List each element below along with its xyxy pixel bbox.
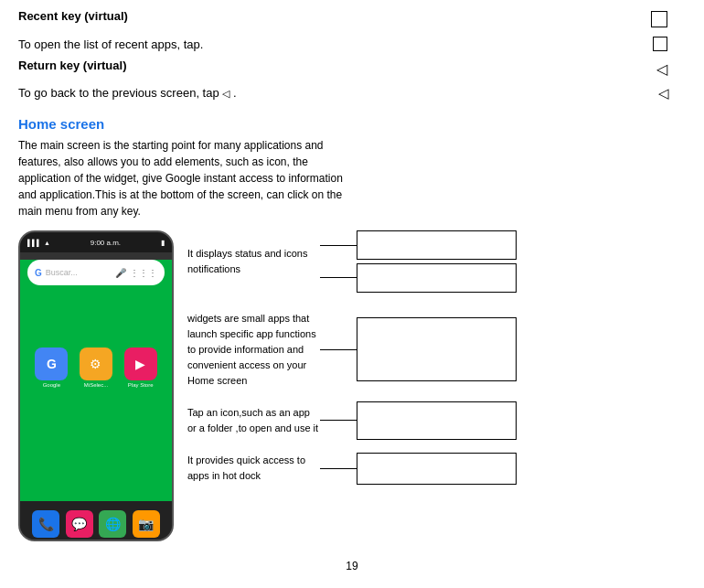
connector-4	[320, 453, 686, 485]
return-key-icon: ◁	[656, 60, 667, 78]
battery-icon: ▮	[161, 239, 165, 247]
open-list-text-row: To open the list of recent apps, tap.	[18, 37, 686, 51]
ann-box-4	[357, 453, 517, 485]
phone-status-bar: ▌▌▌ ▲ 9:00 a.m. ▮	[20, 232, 172, 252]
search-text: Buscar...	[46, 268, 112, 277]
annotations-area: It displays status and icons notificatio…	[187, 230, 686, 541]
phone-dock-camera[interactable]: 📷	[133, 510, 160, 538]
home-screen-title: Home screen	[18, 116, 686, 132]
phone-mockup: ▌▌▌ ▲ 9:00 a.m. ▮ G Buscar... 🎤 ⋮⋮⋮	[18, 230, 174, 541]
phone-bottom-bar: 📞 💬 🌐 📷	[20, 501, 172, 541]
phone-app-row: G Google ⚙ MiSelec... ▶ Pla	[20, 293, 172, 397]
annotation-row-4: It provides quick access to apps in hot …	[187, 453, 686, 485]
return-key-section: Return key (virtual) ◁	[18, 59, 686, 78]
ann-box-2	[357, 317, 517, 381]
miselec-app-label: MiSelec...	[84, 382, 108, 388]
annotation-text-3: Tap an icon,such as an app or a folder ,…	[187, 405, 320, 436]
recent-key-icon	[651, 11, 667, 27]
annotation-row-2: widgets are small apps that launch speci…	[187, 311, 686, 389]
open-list-text: To open the list of recent apps, tap.	[18, 37, 203, 51]
annotation-row-3: Tap an icon,such as an app or a folder ,…	[187, 401, 686, 440]
recent-key-section: Recent key (virtual)	[18, 9, 686, 27]
miselec-app-icon[interactable]: ⚙	[80, 347, 112, 380]
annotation-text-1: It displays status and icons notificatio…	[187, 246, 320, 277]
phone-dock-app[interactable]: 📞	[32, 510, 59, 538]
ann-box-1a	[357, 230, 517, 260]
playstore-app-icon[interactable]: ▶	[124, 347, 157, 380]
phone-status-icons: ▌▌▌ ▲	[27, 240, 50, 246]
return-key-icon-2: ◁	[658, 85, 669, 102]
phone-dock-sms[interactable]: 💬	[66, 510, 93, 538]
inline-back-icon: ◁	[222, 89, 229, 100]
recent-key-label: Recent key (virtual)	[18, 9, 651, 23]
bracket-line	[448, 240, 450, 302]
phone-screen: G Buscar... 🎤 ⋮⋮⋮ G Google ⚙	[20, 260, 172, 501]
annotation-row-1: It displays status and icons notificatio…	[187, 230, 686, 293]
connector-3	[320, 401, 686, 440]
go-back-text-row: To go back to the previous screen, tap ◁…	[18, 85, 686, 102]
annotation-text-4: It provides quick access to apps in hot …	[187, 453, 320, 484]
playstore-app-label: Play Store	[128, 382, 154, 388]
mic-icon: 🎤	[115, 268, 126, 278]
go-back-text: To go back to the previous screen, tap ◁…	[18, 86, 237, 100]
connector-1	[320, 230, 686, 293]
google-app-icon[interactable]: G	[35, 347, 68, 380]
phone-dock-browser[interactable]: 🌐	[99, 510, 126, 538]
recent-key-icon-2	[653, 37, 667, 51]
phone-search-bar[interactable]: G Buscar... 🎤 ⋮⋮⋮	[27, 260, 165, 285]
home-screen-desc: The main screen is the starting point fo…	[18, 137, 347, 219]
ann-box-3	[357, 401, 517, 440]
page: Recent key (virtual) To open the list of…	[0, 0, 704, 588]
google-g-icon: G	[35, 268, 42, 278]
main-content: ▌▌▌ ▲ 9:00 a.m. ▮ G Buscar... 🎤 ⋮⋮⋮	[18, 230, 686, 541]
ann-box-1b	[357, 263, 517, 293]
phone-time: 9:00 a.m.	[91, 239, 121, 247]
wifi-icon: ▲	[44, 240, 50, 246]
return-key-label: Return key (virtual)	[18, 59, 656, 72]
grid-icon: ⋮⋮⋮	[130, 268, 157, 278]
annotation-text-2: widgets are small apps that launch speci…	[187, 311, 320, 389]
connector-2	[320, 317, 686, 381]
page-number: 19	[18, 560, 686, 572]
google-app-label: Google	[43, 382, 60, 388]
signal-icon: ▌▌▌	[27, 240, 41, 246]
